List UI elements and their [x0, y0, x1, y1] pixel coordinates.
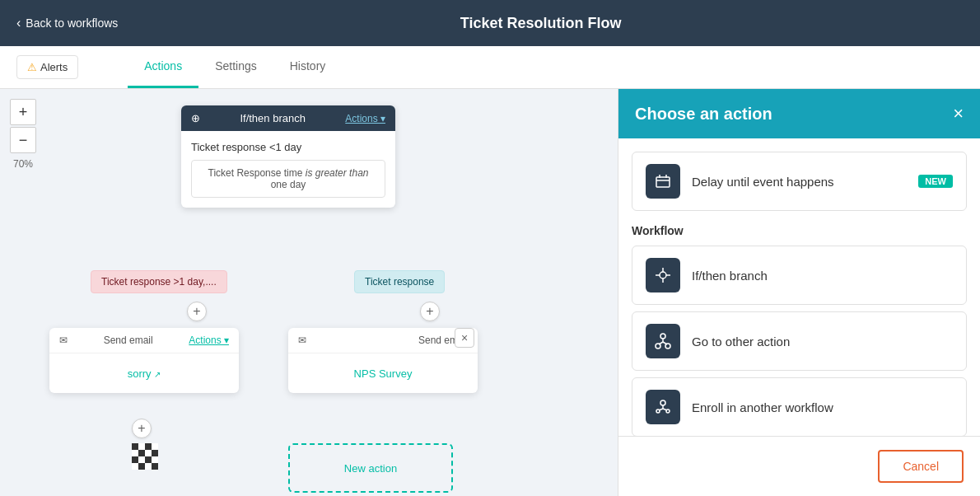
tab-actions[interactable]: Actions	[128, 46, 198, 88]
finish-icon	[132, 443, 158, 470]
new-action-box[interactable]: New action	[288, 443, 453, 493]
svg-rect-8	[132, 456, 138, 463]
svg-point-25	[660, 334, 665, 339]
panel-header: Choose an action ×	[618, 89, 980, 138]
panel-body: Delay until event happens NEW Workflow	[618, 138, 980, 436]
alert-icon: ⚠	[27, 61, 37, 73]
zoom-in-button[interactable]: +	[10, 99, 36, 125]
if-then-node: ⊕ If/then branch Actions ▾ Ticket respon…	[181, 105, 395, 208]
tabs-container: Actions Settings History	[128, 46, 342, 88]
svg-rect-9	[138, 456, 145, 463]
goto-action-item[interactable]: Go to other action	[632, 311, 967, 371]
svg-rect-5	[138, 450, 145, 456]
svg-rect-13	[138, 463, 145, 470]
svg-rect-1	[138, 443, 145, 450]
if-then-body: Ticket response <1 day Ticket Response t…	[181, 131, 395, 208]
tab-bar: ⚠ Alerts Actions Settings History	[0, 46, 980, 89]
node-header-left: ✉ Send email Actions ▾	[49, 328, 239, 353]
if-then-header: ⊕ If/then branch Actions ▾	[181, 105, 395, 131]
svg-rect-16	[656, 177, 670, 187]
tab-history[interactable]: History	[273, 46, 343, 88]
svg-line-35	[659, 409, 663, 410]
svg-rect-0	[132, 443, 138, 450]
svg-rect-10	[145, 456, 152, 463]
cancel-button[interactable]: Cancel	[878, 450, 964, 483]
back-to-workflows-link[interactable]: ‹ Back to workflows	[16, 16, 118, 30]
add-action-button-right[interactable]: +	[420, 302, 440, 321]
workflow-canvas: + − 70% ⊕ If/then branch Actions ▾ Ticke…	[0, 89, 618, 496]
close-node-button[interactable]: ×	[455, 328, 474, 348]
svg-line-29	[659, 342, 663, 344]
goto-icon-box	[646, 324, 680, 358]
page-title: Ticket Resolution Flow	[460, 15, 622, 32]
back-label: Back to workflows	[26, 16, 118, 30]
svg-line-36	[663, 409, 667, 410]
new-badge: NEW	[918, 175, 953, 188]
zoom-out-button[interactable]: −	[10, 127, 36, 153]
right-panel: Choose an action × Delay until event hap	[618, 89, 980, 496]
sorry-link[interactable]: sorry ↗	[128, 367, 161, 380]
svg-rect-2	[145, 443, 152, 450]
svg-rect-14	[145, 463, 152, 470]
email-icon-left: ✉	[59, 335, 68, 346]
branch-red-label: Ticket response >1 day,....	[91, 270, 227, 293]
delay-item[interactable]: Delay until event happens NEW	[632, 152, 967, 211]
nps-survey-link[interactable]: NPS Survey	[354, 367, 413, 380]
node-header-right: ✉ Send email	[288, 328, 478, 353]
send-email-node-left: ✉ Send email Actions ▾ sorry ↗	[49, 328, 239, 393]
back-arrow-icon: ‹	[16, 16, 21, 30]
email-icon-right: ✉	[298, 335, 306, 346]
svg-rect-4	[132, 450, 138, 456]
condition-box: Ticket Response time is greater than one…	[191, 160, 385, 198]
svg-point-20	[660, 272, 666, 278]
new-action-label: New action	[344, 462, 397, 475]
zoom-controls: + − 70%	[10, 99, 36, 170]
svg-rect-7	[152, 450, 158, 456]
if-then-branch-label: If/then branch	[692, 269, 953, 283]
goto-action-label: Go to other action	[692, 335, 953, 349]
delay-label: Delay until event happens	[692, 175, 907, 189]
top-bar: ‹ Back to workflows Ticket Resolution Fl…	[0, 0, 980, 46]
if-then-branch-item[interactable]: If/then branch	[632, 246, 967, 305]
svg-rect-3	[152, 443, 158, 450]
svg-rect-12	[132, 463, 138, 470]
svg-line-30	[663, 342, 667, 344]
condition-text: Ticket Response time is greater than one…	[208, 167, 369, 190]
svg-point-31	[660, 400, 665, 405]
if-then-actions-link[interactable]: Actions ▾	[345, 113, 385, 124]
tab-settings[interactable]: Settings	[198, 46, 273, 88]
alerts-label: Alerts	[40, 61, 68, 73]
send-email-label-left: Send email	[104, 335, 153, 346]
alerts-button[interactable]: ⚠ Alerts	[16, 55, 78, 79]
svg-rect-11	[152, 456, 158, 463]
if-then-icon-box	[646, 258, 680, 292]
add-action-button-left[interactable]: +	[187, 302, 207, 321]
if-then-label: If/then branch	[240, 112, 306, 124]
enroll-workflow-item[interactable]: Enroll in another workflow	[632, 377, 967, 436]
workflow-section-title: Workflow	[632, 224, 967, 237]
branch-teal-label: Ticket response	[354, 270, 445, 293]
svg-rect-15	[152, 463, 158, 470]
if-then-icon: ⊕	[191, 112, 200, 124]
node-body-right: NPS Survey	[288, 353, 478, 393]
add-action-button-bottom-left[interactable]: +	[132, 419, 152, 438]
send-email-node-right: ✉ Send email NPS Survey	[288, 328, 478, 393]
enroll-icon-box	[646, 390, 680, 424]
zoom-level-label: 70%	[10, 158, 36, 170]
app-container: ‹ Back to workflows Ticket Resolution Fl…	[0, 0, 980, 496]
delay-icon-box	[646, 164, 680, 199]
external-link-icon: ↗	[154, 370, 161, 379]
node-body-left: sorry ↗	[49, 353, 239, 393]
content-area: + − 70% ⊕ If/then branch Actions ▾ Ticke…	[0, 89, 980, 496]
send-email-actions-link[interactable]: Actions ▾	[189, 335, 229, 346]
panel-close-button[interactable]: ×	[953, 105, 964, 123]
enroll-workflow-label: Enroll in another workflow	[692, 400, 953, 414]
svg-rect-6	[145, 450, 152, 456]
branch-label: Ticket response <1 day	[191, 141, 385, 153]
panel-title: Choose an action	[635, 105, 772, 124]
panel-footer: Cancel	[618, 436, 980, 496]
